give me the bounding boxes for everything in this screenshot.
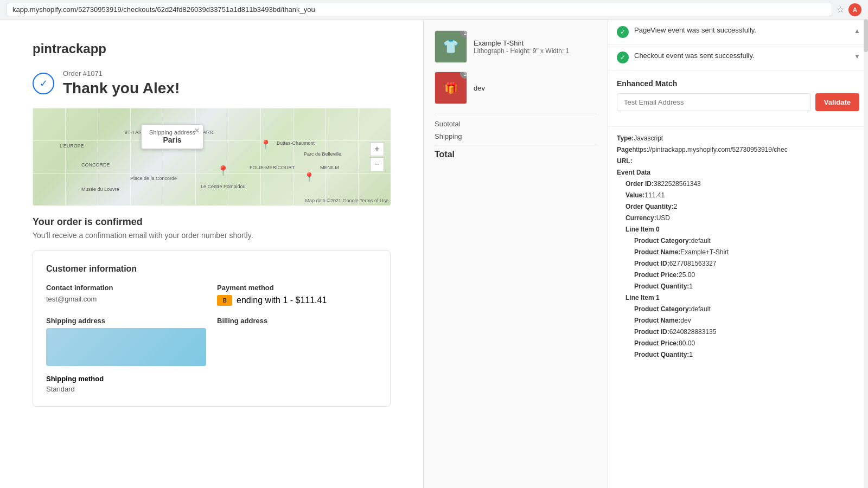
shipping-label: Shipping <box>435 132 462 140</box>
li0-qty: Product Quantity:1 <box>634 281 859 291</box>
confirmed-section: Your order is confirmed You'll receive a… <box>33 216 391 240</box>
popup-title: Shipping address <box>149 129 195 136</box>
product-thumb-1: 🎁 1 <box>435 72 467 104</box>
checkout-check-icon: ✓ <box>617 52 629 63</box>
contact-info-col: Contact information test@gmail.com <box>46 284 206 306</box>
address-bar[interactable] <box>7 3 832 16</box>
billing-address-label: Billing address <box>217 317 377 325</box>
zoom-in-button[interactable]: + <box>370 142 384 156</box>
bookmark-icon[interactable]: ☆ <box>837 4 844 15</box>
map-copyright: Map data ©2021 Google Terms of Use <box>305 198 388 203</box>
map-zoom-controls: + − <box>370 142 384 171</box>
map-background: 9TH ARR. 10TH ARR. L'EUROPE CONCORDE But… <box>33 108 391 206</box>
payment-info-col: Payment method B ending with 1 - $111.41 <box>217 284 377 306</box>
popup-close-icon[interactable]: ✕ <box>194 127 200 134</box>
product-details-0: Example T-Shirt Lithograph - Height: 9" … <box>474 39 597 55</box>
plugin-overlay: ✓ PageView event was sent successfully. … <box>608 20 868 488</box>
map-red-pin: 📍 <box>217 165 229 178</box>
map-label-menil: MÉNILM <box>320 165 339 170</box>
map-label-concorde: CONCORDE <box>81 162 110 168</box>
zoom-out-button[interactable]: − <box>370 157 384 171</box>
product-item-0: 👕 1 Example T-Shirt Lithograph - Height:… <box>435 30 597 63</box>
enhanced-match-title: Enhanced Match <box>617 79 859 88</box>
map-label-belleville: Parc de Belleville <box>304 151 341 157</box>
popup-city: Paris <box>149 136 195 144</box>
order-summary-panel: 👕 1 Example T-Shirt Lithograph - Height:… <box>423 20 608 488</box>
line-item-0-heading: Line Item 0 <box>626 224 859 234</box>
info-grid: Contact information test@gmail.com Payme… <box>46 284 377 366</box>
product-details-1: dev <box>474 84 597 92</box>
order-confirmation-header: ✓ Order #1071 Thank you Alex! <box>33 69 391 97</box>
customer-info-box: Customer information Contact information… <box>33 251 391 407</box>
checkout-panel: pintrackapp ✓ Order #1071 Thank you Alex… <box>0 20 423 488</box>
map-label-buttes: Buttes-Chaumont <box>277 140 315 146</box>
payment-text: ending with 1 - $111.41 <box>237 296 327 305</box>
map-label-europe: L'EUROPE <box>60 143 84 149</box>
type-label: Type: <box>617 134 634 142</box>
green-pin-2: 📍 <box>304 172 315 182</box>
event-data-heading: Event Data <box>617 168 859 177</box>
li0-name: Product Name:Example+T-Shirt <box>634 247 859 257</box>
map-label-louvre: Musée du Louvre <box>81 187 119 192</box>
subtotal-row: Subtotal <box>435 120 597 128</box>
url-line: URL: <box>617 156 859 166</box>
payment-icon: B <box>217 295 232 306</box>
map-label-place-concorde: Place de la Concorde <box>130 176 177 181</box>
checkout-chevron-down-icon[interactable]: ▼ <box>854 53 860 60</box>
shipping-address-col: Shipping address <box>46 317 206 366</box>
map-label-pompidou: Le Centre Pompidou <box>201 184 246 189</box>
pageview-chevron-up-icon[interactable]: ▲ <box>854 27 860 35</box>
url-label: URL: <box>617 157 633 165</box>
li1-category: Product Category:default <box>634 304 859 314</box>
shipping-address-label: Shipping address <box>46 317 206 325</box>
order-qty-line: Order Quantity:2 <box>626 202 859 211</box>
li1-name: Product Name:dev <box>634 316 859 325</box>
line-item-1-heading: Line Item 1 <box>626 293 859 303</box>
confirmed-body: You'll receive a confirmation email with… <box>33 231 391 240</box>
order-info: Order #1071 Thank you Alex! <box>63 69 180 97</box>
validate-button[interactable]: Validate <box>815 93 859 111</box>
product-name-1: dev <box>474 84 597 92</box>
order-id-line: Order ID:3822528561343 <box>626 179 859 189</box>
map-popup: ✕ Shipping address Paris <box>141 124 203 149</box>
address-blurred <box>46 328 206 366</box>
customer-info-heading: Customer information <box>46 264 377 274</box>
page-value: https://pintrackapp.myshopify.com/527309… <box>633 146 788 153</box>
shipping-method-value: Standard <box>46 385 377 393</box>
shipping-row: Shipping <box>435 132 597 140</box>
value-line: Value:111.41 <box>626 190 859 200</box>
confirmed-heading: Your order is confirmed <box>33 216 391 228</box>
page-line: Pagehttps://pintrackapp.myshopify.com/52… <box>617 145 859 155</box>
product-thumb-0: 👕 1 <box>435 30 467 63</box>
check-icon: ✓ <box>33 73 54 94</box>
li1-price: Product Price:80.00 <box>634 338 859 348</box>
green-pin-1: 📍 <box>260 139 271 150</box>
li1-qty: Product Quantity:1 <box>634 350 859 359</box>
currency-line: Currency:USD <box>626 213 859 223</box>
map-label-folie: FOLIE-MÉRICOURT <box>250 165 295 170</box>
order-totals: Subtotal Shipping Total <box>435 113 597 159</box>
product-name-0: Example T-Shirt <box>474 39 597 47</box>
payment-label: Payment method <box>217 284 377 292</box>
email-input[interactable] <box>617 93 811 111</box>
profile-icon[interactable]: A <box>848 3 861 16</box>
page-label: Page <box>617 146 633 153</box>
store-name: pintrackapp <box>33 41 391 56</box>
order-number: Order #1071 <box>63 69 180 78</box>
total-label: Total <box>435 150 455 159</box>
shipping-method: Shipping method Standard <box>46 375 377 393</box>
checkout-notification: ✓ Checkout event was sent successfully. … <box>608 45 868 70</box>
main-layout: pintrackapp ✓ Order #1071 Thank you Alex… <box>0 20 868 488</box>
li0-price: Product Price:25.00 <box>634 270 859 280</box>
pageview-notification: ✓ PageView event was sent successfully. … <box>608 20 868 45</box>
product-item-1: 🎁 1 dev <box>435 72 597 104</box>
li0-category: Product Category:default <box>634 236 859 246</box>
checkout-event-text: Checkout event was sent successfully. <box>634 52 755 60</box>
product-variant-0: Lithograph - Height: 9" x Width: 1 <box>474 47 597 55</box>
shipping-method-label: Shipping method <box>46 375 377 383</box>
browser-chrome: ☆ A <box>0 0 868 20</box>
li0-id: Product ID:6277081563327 <box>634 259 859 268</box>
enhanced-match-section: Enhanced Match Validate <box>608 70 868 127</box>
email-input-row: Validate <box>617 93 859 111</box>
scrollbar-thumb[interactable] <box>864 20 868 52</box>
